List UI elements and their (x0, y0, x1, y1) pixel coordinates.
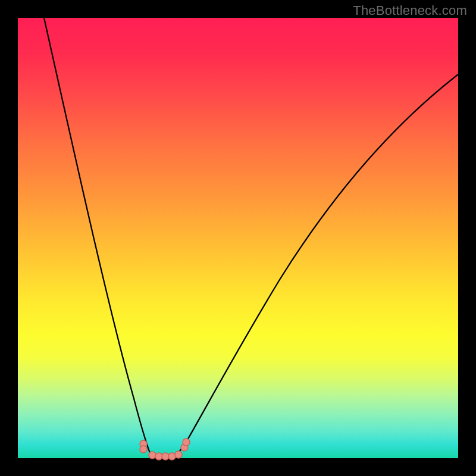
marker-dot (140, 446, 147, 453)
marker-dot (162, 453, 169, 460)
bottleneck-curve (44, 18, 458, 458)
curve-right-branch (173, 74, 458, 457)
curve-left-branch (44, 18, 154, 457)
curve-layer (18, 18, 458, 458)
watermark-text: TheBottleneck.com (353, 3, 467, 18)
marker-dot (183, 439, 190, 446)
highlight-markers (140, 439, 190, 460)
marker-dot (155, 453, 162, 460)
chart-frame: TheBottleneck.com (0, 0, 476, 476)
marker-dot (175, 451, 182, 458)
marker-dot (168, 453, 176, 460)
marker-dot (149, 452, 156, 459)
